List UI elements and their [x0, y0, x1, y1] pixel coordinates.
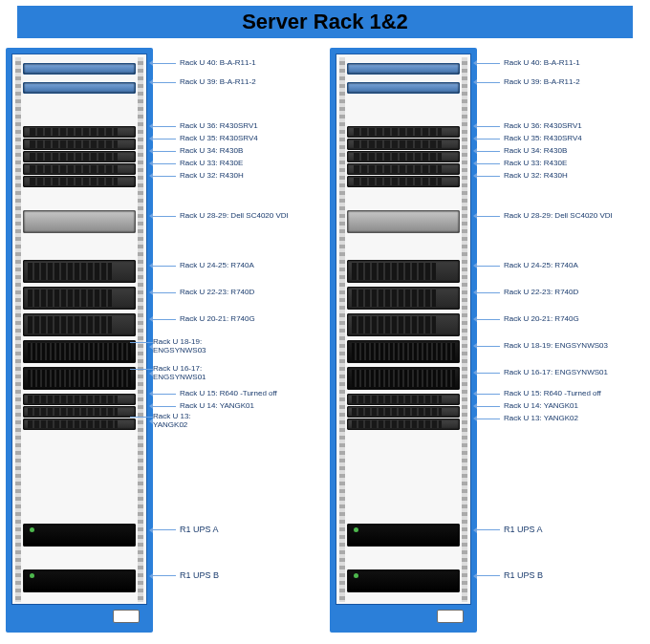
rack-label: Rack U 39: B-A-R11-2 — [477, 78, 580, 87]
arrow-icon — [473, 79, 477, 85]
ups-a — [347, 524, 460, 547]
rack-label: Rack U 16-17:ENGSYNWS01 — [153, 365, 206, 382]
server-rack-2 — [330, 48, 477, 633]
arrow-icon — [473, 136, 477, 141]
drive-bays — [28, 343, 131, 360]
rack-label: Rack U 35: R430SRV4 — [477, 135, 582, 143]
drive-bays — [28, 316, 112, 333]
label-text: Rack U 33: R430E — [504, 160, 567, 168]
rack-label: Rack U 16-17: ENGSYNWS01 — [477, 369, 608, 377]
label-text: Rack U 18-19: ENGSYNWS03 — [504, 342, 608, 351]
arrow-icon — [149, 79, 153, 85]
drive-bays — [352, 316, 436, 333]
arrow-icon — [473, 290, 477, 295]
drive-bays — [30, 140, 118, 148]
arrow-icon — [473, 316, 477, 322]
rack-label: Rack U 33: R430E — [153, 160, 243, 168]
arrow-icon — [473, 60, 477, 66]
label-text: R1 UPS A — [504, 526, 543, 535]
arrow-icon — [149, 573, 153, 579]
rack-column-1: Rack U 40: B-A-R11-1Rack U 39: B-A-R11-2… — [6, 48, 320, 633]
label-text: Rack U 34: R430B — [504, 147, 567, 156]
label-text: Rack U 28-29: Dell SC4020 VDI — [504, 212, 613, 221]
rack-label: Rack U 28-29: Dell SC4020 VDI — [477, 212, 613, 221]
rack-1-labels: Rack U 40: B-A-R11-1Rack U 39: B-A-R11-2… — [153, 48, 320, 633]
rack-label: Rack U 34: R430B — [477, 147, 567, 156]
label-text: Rack U 22-23: R740D — [504, 289, 578, 297]
rack-label: R1 UPS B — [477, 571, 543, 581]
drive-bays — [30, 165, 118, 173]
arrow-icon — [149, 403, 153, 409]
sc4020-vdi — [23, 210, 136, 233]
label-text: Rack U 22-23: R740D — [180, 289, 254, 297]
rack-label: Rack U 20-21: R740G — [477, 315, 579, 324]
srv-r430srv1 — [23, 126, 136, 138]
srv-r430srv1 — [347, 126, 460, 138]
rack-stage: Rack U 40: B-A-R11-1Rack U 39: B-A-R11-2… — [0, 48, 650, 633]
srv-r430h — [23, 176, 136, 187]
rack-label: Rack U 28-29: Dell SC4020 VDI — [153, 212, 289, 221]
rack-label: Rack U 22-23: R740D — [477, 289, 578, 297]
drive-bays — [352, 290, 436, 307]
rack-label: Rack U 35: R430SRV4 — [153, 135, 258, 143]
srv-r430b — [23, 151, 136, 162]
rack-label: Rack U 18-19:ENGSYNWS03 — [153, 338, 206, 355]
label-text: Rack U 32: R430H — [504, 172, 568, 181]
arrow-icon — [149, 213, 153, 219]
r740a — [347, 260, 460, 283]
label-text: Rack U 24-25: R740A — [180, 262, 254, 270]
server-rack-1 — [6, 48, 153, 633]
arrow-icon — [473, 527, 477, 533]
engsynws01 — [347, 367, 460, 390]
arrow-icon — [473, 213, 477, 219]
srv-r430h — [347, 176, 460, 187]
rack-column-2: Rack U 40: B-A-R11-1Rack U 39: B-A-R11-2… — [330, 48, 644, 633]
arrow-icon — [473, 391, 477, 397]
rack-base — [11, 604, 147, 627]
arrow-icon — [149, 316, 153, 322]
arrow-icon — [149, 173, 153, 179]
arrow-icon — [473, 123, 477, 129]
arrow-icon — [149, 344, 153, 350]
drive-bays — [354, 165, 442, 173]
label-text: Rack U 13: YANGK02 — [504, 415, 578, 423]
label-text: Rack U 32: R430H — [180, 172, 244, 181]
r740g — [23, 313, 136, 336]
drive-bays — [30, 128, 118, 136]
drive-bays — [30, 153, 118, 161]
arrow-icon — [473, 263, 477, 268]
drive-bays — [354, 140, 442, 148]
drive-bays — [28, 408, 118, 416]
arrow-icon — [473, 161, 477, 166]
rack-label: R1 UPS B — [153, 571, 219, 581]
drive-bays — [354, 153, 442, 161]
yangk01 — [347, 406, 460, 418]
drive-bays — [352, 420, 442, 428]
rack-label: R1 UPS A — [153, 526, 219, 535]
label-text: Rack U 14: YANGK01 — [504, 402, 578, 411]
switch-2 — [347, 82, 460, 94]
yangk01 — [23, 406, 136, 418]
label-text: ENGSYNWS03 — [153, 347, 206, 355]
arrow-icon — [473, 173, 477, 179]
label-text: Rack U 15: R640 -Turned off — [504, 390, 601, 398]
drive-bays — [28, 370, 131, 387]
srv-r430srv4 — [23, 139, 136, 150]
page-title: Server Rack 1&2 — [17, 6, 633, 38]
label-text: R1 UPS B — [180, 571, 219, 581]
rack-label: Rack U 39: B-A-R11-2 — [153, 78, 256, 87]
ups-b — [347, 569, 460, 592]
drive-bays — [352, 343, 455, 360]
rack-label: Rack U 13:YANGK02 — [153, 413, 191, 430]
rack-label: Rack U 15: R640 -Turned off — [477, 390, 601, 398]
r640-off — [347, 394, 460, 405]
rack-label: Rack U 24-25: R740A — [477, 262, 578, 270]
switch-2 — [23, 82, 136, 94]
drive-bays — [30, 178, 118, 185]
label-text: R1 UPS B — [504, 571, 543, 581]
label-text: Rack U 39: B-A-R11-2 — [504, 78, 580, 87]
label-text: Rack U 39: B-A-R11-2 — [180, 78, 256, 87]
arrow-icon — [473, 416, 477, 421]
yangk02 — [347, 419, 460, 430]
label-text: Rack U 36: R430SRV1 — [504, 122, 582, 131]
